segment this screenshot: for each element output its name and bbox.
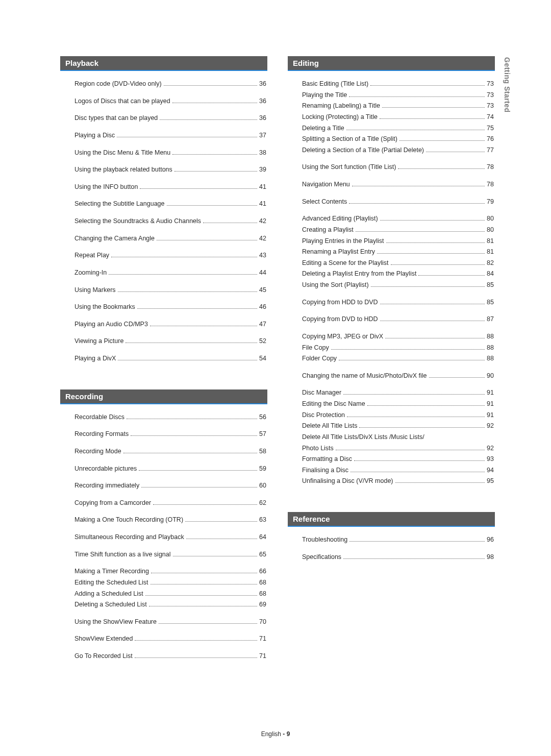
- leader-dots: [347, 411, 485, 417]
- toc-entry: Copying from HDD to DVD85: [302, 299, 494, 307]
- leader-dots: [349, 536, 485, 542]
- toc-list-playback: Region code (DVD-Video only)36Logos of D…: [60, 80, 267, 363]
- toc-label: Selecting the Subtitle Language: [74, 200, 165, 208]
- toc-label: Advanced Editing (Playlist): [302, 215, 378, 223]
- toc-page: 73: [487, 102, 494, 110]
- toc-page: 78: [487, 163, 494, 172]
- toc-label: Deleting a Title: [302, 125, 344, 133]
- leader-dots: [418, 270, 485, 276]
- toc-entry: Time Shift function as a live signal65: [74, 551, 266, 559]
- toc-page: 84: [487, 270, 494, 278]
- toc-page: 45: [259, 286, 266, 295]
- toc-page: 91: [487, 400, 494, 408]
- toc-entry: Photo Lists92: [302, 445, 494, 453]
- toc-page: 46: [259, 303, 266, 311]
- toc-entry: Advanced Editing (Playlist)80: [302, 215, 494, 223]
- leader-dots: [145, 590, 257, 596]
- leader-dots: [399, 135, 485, 141]
- toc-label: Navigation Menu: [302, 181, 350, 189]
- toc-label: Troubleshooting: [302, 536, 347, 544]
- toc-entry: Using the Sort (Playlist)85: [302, 281, 494, 289]
- toc-label: Folder Copy: [302, 355, 337, 363]
- toc-label: Unfinalising a Disc (V/VR mode): [302, 477, 393, 485]
- toc-page: 43: [259, 252, 266, 260]
- leader-dots: [126, 337, 257, 343]
- toc-page: 57: [259, 430, 266, 438]
- leader-dots: [380, 315, 485, 321]
- toc-page: 91: [487, 389, 494, 397]
- toc-entry: Playing a DivX54: [74, 355, 266, 363]
- toc-entry: Renaming (Labeling) a Title73: [302, 102, 494, 110]
- leader-dots: [164, 80, 257, 86]
- toc-page: 73: [487, 80, 494, 88]
- leader-dots: [339, 355, 485, 360]
- toc-label: Repeat Play: [74, 252, 109, 260]
- toc-page: 36: [259, 114, 266, 123]
- toc-entry: Playing Entries in the Playlist81: [302, 237, 494, 246]
- toc-entry: Recording immediately60: [74, 482, 266, 490]
- toc-label: Using the Sort function (Title List): [302, 163, 396, 172]
- toc-page: 96: [487, 536, 494, 544]
- toc-label: Disc Protection: [302, 411, 345, 420]
- toc-label: Making a Timer Recording: [74, 568, 149, 576]
- toc-entry: Deleting a Title75: [302, 125, 494, 133]
- toc-label: Zooming-In: [74, 269, 107, 277]
- toc-label: Making a One Touch Recording (OTR): [74, 516, 183, 524]
- toc-label: Playing the Title: [302, 91, 347, 100]
- toc-page: 41: [259, 200, 266, 208]
- toc-entry: Creating a Playlist80: [302, 226, 494, 234]
- leader-dots: [371, 281, 485, 287]
- toc-label: Recordable Discs: [74, 413, 124, 422]
- toc-page: 44: [259, 269, 266, 277]
- toc-entry: Changing the name of Music/Photo/DivX fi…: [302, 372, 494, 380]
- toc-label: Delete All Title Lists: [302, 422, 357, 430]
- leader-dots: [137, 303, 257, 309]
- toc-entry: Unfinalising a Disc (V/VR mode)95: [302, 477, 494, 485]
- toc-entry: Using Markers45: [74, 286, 266, 295]
- toc-page: 88: [487, 344, 494, 352]
- leader-dots: [377, 248, 485, 254]
- toc-label: Deleting a Scheduled List: [74, 601, 147, 609]
- toc-label: Specifications: [302, 553, 341, 562]
- toc-page: 68: [259, 579, 266, 587]
- toc-label: Copying from HDD to DVD: [302, 299, 378, 307]
- leader-dots: [172, 97, 257, 103]
- toc-list-editing: Basic Editing (Title List)73Playing the …: [288, 80, 495, 485]
- toc-label: Playing a DivX: [74, 355, 116, 363]
- page-footer: English - 9: [0, 730, 551, 738]
- toc-page: 36: [259, 97, 266, 106]
- toc-page: 81: [487, 248, 494, 256]
- toc-page: 42: [259, 217, 266, 226]
- leader-dots: [380, 215, 485, 221]
- toc-entry: Disc Protection91: [302, 411, 494, 420]
- toc-label: Viewing a Picture: [74, 337, 123, 346]
- toc-label: Creating a Playlist: [302, 226, 354, 234]
- leader-dots: [343, 553, 485, 559]
- leader-dots: [160, 114, 257, 120]
- toc-entry: Copying from DVD to HDD87: [302, 315, 494, 324]
- toc-page: 64: [259, 533, 266, 542]
- toc-entry: Copying MP3, JPEG or DivX88: [302, 333, 494, 341]
- toc-entry: Troubleshooting96: [302, 536, 494, 544]
- toc-entry: Unrecordable pictures59: [74, 465, 266, 473]
- toc-label: Recording Mode: [74, 448, 121, 456]
- toc-label: Using the playback related buttons: [74, 166, 172, 174]
- toc-page: 94: [487, 467, 494, 475]
- leader-dots: [151, 568, 257, 573]
- toc-entry: Renaming a Playlist Entry81: [302, 248, 494, 256]
- leader-dots: [167, 200, 258, 206]
- toc-page: 80: [487, 215, 494, 223]
- toc-entry: Folder Copy88: [302, 355, 494, 363]
- toc-label: Playing an Audio CD/MP3: [74, 321, 148, 329]
- toc-entry: Basic Editing (Title List)73: [302, 80, 494, 88]
- toc-page: 52: [259, 337, 266, 346]
- toc-label: Selecting the Soundtracks & Audio Channe…: [74, 217, 201, 226]
- toc-entry: Finalising a Disc94: [302, 467, 494, 475]
- toc-label: Editing a Scene for the Playlist: [302, 259, 389, 267]
- leader-dots: [354, 455, 485, 461]
- toc-entry: Go To Recorded List71: [74, 652, 266, 661]
- leader-dots: [117, 132, 257, 137]
- toc-entry: Navigation Menu78: [302, 181, 494, 189]
- leader-dots: [391, 259, 485, 265]
- leader-dots: [385, 333, 485, 338]
